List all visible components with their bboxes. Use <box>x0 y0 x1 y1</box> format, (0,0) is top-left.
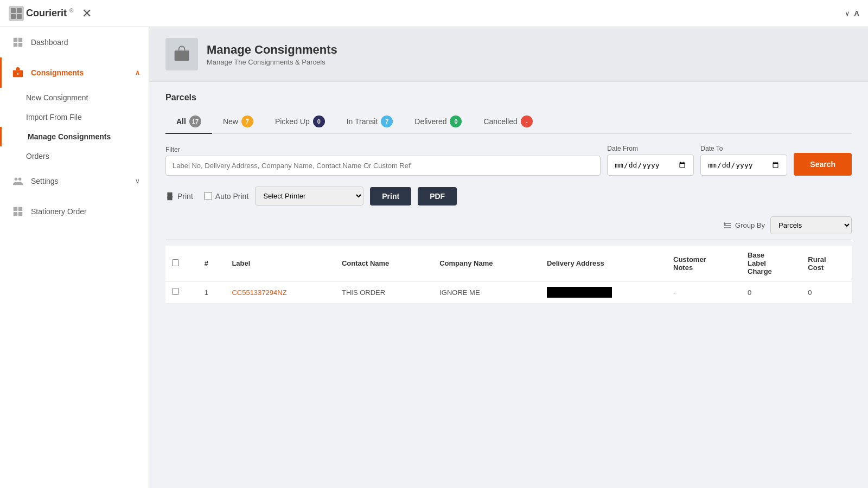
sidebar-item-stationery[interactable]: Stationery Order <box>0 196 149 227</box>
select-all-checkbox[interactable] <box>172 259 179 266</box>
row-company: IGNORE ME <box>433 281 540 304</box>
top-bar: Courierit ® ✕ ∨ A <box>0 0 868 27</box>
tab-all-badge: 17 <box>189 115 201 127</box>
date-to-label: Date To <box>700 145 787 152</box>
main-layout: Dashboard Consignments ∧ New Consignment… <box>0 27 868 488</box>
auto-print-checkbox[interactable] <box>204 192 212 200</box>
page-header-text: Manage Consignments Manage The Consignme… <box>207 43 337 66</box>
tab-in-transit-badge: 7 <box>381 115 393 127</box>
col-rural: RuralCost <box>801 246 852 281</box>
tab-in-transit[interactable]: In Transit 7 <box>336 110 404 134</box>
grid2-icon <box>10 204 25 219</box>
logo-icon <box>9 6 24 21</box>
sidebar-item-label: Consignments <box>31 68 84 77</box>
svg-rect-10 <box>14 212 17 216</box>
search-button[interactable]: Search <box>794 153 852 176</box>
sidebar-sub-menu: New Consignment Import From File Manage … <box>0 88 149 166</box>
auto-print-text: Auto Print <box>215 192 248 201</box>
filter-row: Filter Date From Date To Search <box>165 145 852 176</box>
page-subtitle: Manage The Consignments & Parcels <box>207 58 337 66</box>
col-num: # <box>198 246 226 281</box>
group-by-row: Group By ParcelsConsignmentsNone <box>165 216 852 234</box>
redacted-address <box>547 287 612 298</box>
group-by-text: Group By <box>735 221 765 229</box>
label-link[interactable]: CC551337294NZ <box>232 288 286 297</box>
tab-cancelled[interactable]: Cancelled - <box>473 110 543 134</box>
sidebar-item-new-consignment[interactable]: New Consignment <box>0 88 149 107</box>
col-address: Delivery Address <box>540 246 667 281</box>
tab-all[interactable]: All 17 <box>165 110 212 134</box>
row-charge: 0 <box>741 281 801 304</box>
svg-rect-3 <box>18 43 22 47</box>
svg-rect-11 <box>18 212 22 216</box>
print-button[interactable]: Print <box>370 187 411 206</box>
page-header: Manage Consignments Manage The Consignme… <box>149 27 868 82</box>
print-label: Print <box>165 192 193 201</box>
top-right: ∨ A <box>845 9 859 17</box>
svg-point-15 <box>171 196 172 196</box>
tab-cancelled-badge: - <box>521 115 533 127</box>
svg-rect-1 <box>18 38 22 42</box>
sidebar-item-consignments[interactable]: Consignments ∧ <box>0 57 149 88</box>
row-num: 1 <box>198 281 226 304</box>
filter-group-date-from: Date From <box>607 145 694 176</box>
logo: Courierit ® <box>9 6 73 21</box>
pdf-button[interactable]: PDF <box>418 187 457 206</box>
row-contact: THIS ORDER <box>335 281 433 304</box>
tab-picked-up-label: Picked Up <box>275 117 310 126</box>
col-contact: Contact Name <box>335 246 433 281</box>
tab-picked-up-badge: 0 <box>313 115 325 127</box>
logo-text: Courierit ® <box>26 8 73 19</box>
tab-cancelled-label: Cancelled <box>483 117 517 126</box>
auto-print-label: Auto Print <box>204 192 248 201</box>
tab-in-transit-label: In Transit <box>347 117 378 126</box>
sidebar-item-import-from-file[interactable]: Import From File <box>0 107 149 127</box>
sidebar-item-orders[interactable]: Orders <box>0 146 149 166</box>
tab-all-label: All <box>176 117 186 126</box>
table-divider <box>165 240 852 240</box>
content-body: Parcels All 17 New 7 Picked Up 0 In Tran… <box>149 82 868 314</box>
sidebar-item-label: Dashboard <box>31 38 68 47</box>
close-icon[interactable]: ✕ <box>82 7 92 21</box>
filter-input[interactable] <box>165 156 601 176</box>
sidebar-item-settings[interactable]: Settings ∨ <box>0 166 149 196</box>
svg-point-7 <box>18 178 21 181</box>
col-notes: CustomerNotes <box>667 246 741 281</box>
col-label: Label <box>225 246 335 281</box>
chevron-icon[interactable]: ∨ <box>845 9 850 17</box>
date-from-input[interactable] <box>607 155 694 176</box>
date-to-input[interactable] <box>700 155 787 176</box>
col-charge: BaseLabelCharge <box>741 246 801 281</box>
sidebar-item-label: Stationery Order <box>31 207 87 216</box>
group-by-label: Group By <box>723 221 765 230</box>
print-row: Print Auto Print Select Printer Print PD… <box>165 187 852 206</box>
filter-group-main: Filter <box>165 146 601 176</box>
col-checkbox <box>165 246 198 281</box>
filter-label: Filter <box>165 146 601 153</box>
chevron-down-icon: ∨ <box>135 177 140 185</box>
row-checkbox <box>165 281 198 304</box>
svg-rect-0 <box>14 38 17 42</box>
box-icon <box>10 65 25 80</box>
sidebar-item-dashboard[interactable]: Dashboard <box>0 27 149 57</box>
tab-new[interactable]: New 7 <box>212 110 264 134</box>
row-select-checkbox[interactable] <box>172 288 179 295</box>
row-label[interactable]: CC551337294NZ <box>225 281 335 304</box>
tab-picked-up[interactable]: Picked Up 0 <box>264 110 336 134</box>
user-avatar[interactable]: A <box>854 9 859 17</box>
svg-rect-8 <box>14 207 17 211</box>
tab-new-label: New <box>223 117 238 126</box>
sidebar-item-manage-consignments[interactable]: Manage Consignments <box>0 127 149 146</box>
date-from-label: Date From <box>607 145 694 152</box>
tab-delivered-label: Delivered <box>414 117 446 126</box>
printer-select[interactable]: Select Printer <box>255 187 363 206</box>
print-text: Print <box>177 192 193 201</box>
group-by-select[interactable]: ParcelsConsignmentsNone <box>770 216 852 234</box>
tab-delivered-badge: 0 <box>450 115 462 127</box>
tab-delivered[interactable]: Delivered 0 <box>404 110 473 134</box>
table-row: 1 CC551337294NZ THIS ORDER IGNORE ME - 0… <box>165 281 852 304</box>
data-table: # Label Contact Name Company Name Delive… <box>165 246 852 304</box>
chevron-up-icon: ∧ <box>135 69 140 76</box>
svg-rect-12 <box>175 50 189 61</box>
page-header-icon <box>165 38 198 70</box>
